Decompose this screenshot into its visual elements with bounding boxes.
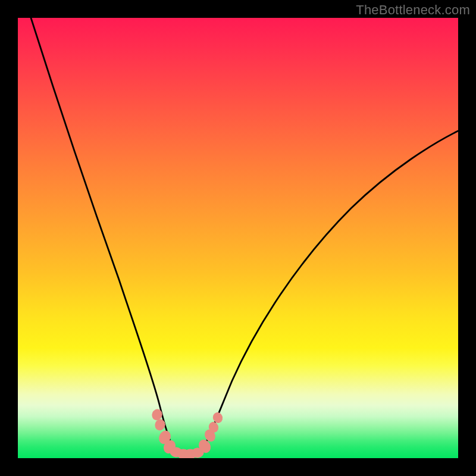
curve-right (202, 131, 458, 450)
datapoints-salmon (151, 408, 224, 458)
chart-plot-area (18, 18, 458, 458)
watermark-text: TheBottleneck.com (356, 2, 470, 18)
chart-svg (18, 18, 458, 458)
curve-left (31, 18, 174, 450)
chart-frame: TheBottleneck.com (0, 0, 476, 476)
